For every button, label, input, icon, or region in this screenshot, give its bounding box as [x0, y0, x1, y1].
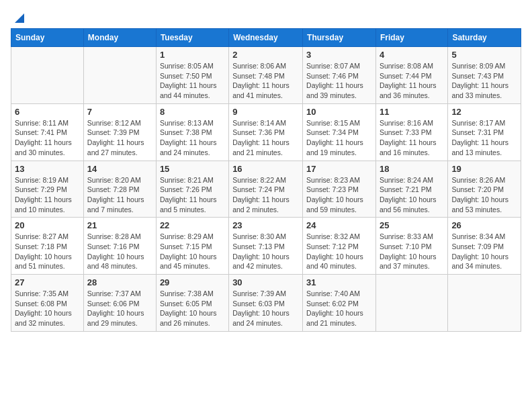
calendar-cell: 8Sunrise: 8:13 AM Sunset: 7:38 PM Daylig… — [156, 103, 228, 161]
day-info: Sunrise: 7:40 AM Sunset: 6:02 PM Dayligh… — [306, 289, 372, 328]
day-number: 22 — [160, 220, 225, 230]
day-number: 3 — [306, 50, 372, 60]
page-header — [11, 11, 521, 20]
day-number: 16 — [232, 164, 299, 174]
day-info: Sunrise: 8:24 AM Sunset: 7:21 PM Dayligh… — [380, 175, 444, 215]
calendar-cell: 14Sunrise: 8:20 AM Sunset: 7:28 PM Dayli… — [83, 161, 156, 218]
svg-marker-0 — [15, 13, 24, 23]
calendar-cell: 3Sunrise: 8:07 AM Sunset: 7:46 PM Daylig… — [303, 47, 376, 104]
day-info: Sunrise: 8:16 AM Sunset: 7:33 PM Dayligh… — [380, 118, 444, 158]
day-info: Sunrise: 8:17 AM Sunset: 7:31 PM Dayligh… — [451, 118, 517, 158]
day-number: 25 — [380, 220, 444, 230]
day-number: 28 — [87, 277, 152, 287]
calendar-cell — [11, 47, 84, 104]
day-number: 7 — [87, 107, 152, 117]
day-info: Sunrise: 8:29 AM Sunset: 7:15 PM Dayligh… — [160, 232, 225, 271]
calendar-cell: 10Sunrise: 8:15 AM Sunset: 7:34 PM Dayli… — [303, 103, 376, 161]
calendar-cell: 21Sunrise: 8:28 AM Sunset: 7:16 PM Dayli… — [83, 218, 156, 275]
calendar-cell: 26Sunrise: 8:34 AM Sunset: 7:09 PM Dayli… — [448, 218, 521, 275]
day-number: 31 — [306, 277, 372, 287]
calendar-cell: 7Sunrise: 8:12 AM Sunset: 7:39 PM Daylig… — [83, 103, 156, 161]
day-number: 11 — [380, 107, 444, 117]
calendar-cell: 27Sunrise: 7:35 AM Sunset: 6:08 PM Dayli… — [11, 275, 84, 332]
day-info: Sunrise: 8:06 AM Sunset: 7:48 PM Dayligh… — [232, 61, 299, 101]
weekday-header-saturday: Saturday — [448, 29, 521, 47]
calendar-cell: 5Sunrise: 8:09 AM Sunset: 7:43 PM Daylig… — [448, 47, 521, 104]
calendar-cell: 31Sunrise: 7:40 AM Sunset: 6:02 PM Dayli… — [303, 275, 376, 332]
day-number: 26 — [451, 220, 517, 230]
day-info: Sunrise: 8:22 AM Sunset: 7:24 PM Dayligh… — [232, 175, 299, 215]
day-number: 13 — [15, 164, 80, 174]
logo — [11, 11, 24, 20]
calendar-cell — [448, 275, 521, 332]
calendar-cell: 25Sunrise: 8:33 AM Sunset: 7:10 PM Dayli… — [375, 218, 447, 275]
day-number: 4 — [380, 50, 444, 60]
day-info: Sunrise: 8:23 AM Sunset: 7:23 PM Dayligh… — [306, 175, 372, 215]
day-number: 18 — [380, 164, 444, 174]
day-number: 12 — [451, 107, 517, 117]
day-info: Sunrise: 8:09 AM Sunset: 7:43 PM Dayligh… — [451, 61, 517, 101]
day-number: 14 — [87, 164, 152, 174]
calendar-cell — [375, 275, 447, 332]
day-number: 6 — [15, 107, 80, 117]
day-info: Sunrise: 8:11 AM Sunset: 7:41 PM Dayligh… — [15, 118, 80, 158]
calendar-table: SundayMondayTuesdayWednesdayThursdayFrid… — [11, 28, 521, 332]
day-number: 30 — [232, 277, 299, 287]
calendar-cell: 11Sunrise: 8:16 AM Sunset: 7:33 PM Dayli… — [375, 103, 447, 161]
day-number: 9 — [232, 107, 299, 117]
day-info: Sunrise: 8:12 AM Sunset: 7:39 PM Dayligh… — [87, 118, 152, 158]
day-info: Sunrise: 7:35 AM Sunset: 6:08 PM Dayligh… — [15, 289, 80, 328]
calendar-cell: 17Sunrise: 8:23 AM Sunset: 7:23 PM Dayli… — [303, 161, 376, 218]
calendar-cell: 23Sunrise: 8:30 AM Sunset: 7:13 PM Dayli… — [229, 218, 303, 275]
day-number: 20 — [15, 220, 80, 230]
day-number: 5 — [451, 50, 517, 60]
day-info: Sunrise: 8:19 AM Sunset: 7:29 PM Dayligh… — [15, 175, 80, 215]
logo-triangle-icon — [12, 11, 24, 23]
day-number: 15 — [160, 164, 225, 174]
weekday-header-thursday: Thursday — [303, 29, 376, 47]
day-info: Sunrise: 8:34 AM Sunset: 7:09 PM Dayligh… — [451, 232, 517, 271]
day-info: Sunrise: 7:38 AM Sunset: 6:05 PM Dayligh… — [160, 289, 225, 328]
calendar-cell: 18Sunrise: 8:24 AM Sunset: 7:21 PM Dayli… — [375, 161, 447, 218]
day-info: Sunrise: 8:30 AM Sunset: 7:13 PM Dayligh… — [232, 232, 299, 271]
day-info: Sunrise: 7:37 AM Sunset: 6:06 PM Dayligh… — [87, 289, 152, 328]
weekday-header-wednesday: Wednesday — [229, 29, 303, 47]
day-number: 19 — [451, 164, 517, 174]
day-number: 27 — [15, 277, 80, 287]
weekday-header-friday: Friday — [375, 29, 447, 47]
day-info: Sunrise: 8:27 AM Sunset: 7:18 PM Dayligh… — [15, 232, 80, 271]
day-info: Sunrise: 8:21 AM Sunset: 7:26 PM Dayligh… — [160, 175, 225, 215]
day-info: Sunrise: 7:39 AM Sunset: 6:03 PM Dayligh… — [232, 289, 299, 328]
day-info: Sunrise: 8:20 AM Sunset: 7:28 PM Dayligh… — [87, 175, 152, 215]
day-info: Sunrise: 8:08 AM Sunset: 7:44 PM Dayligh… — [380, 61, 444, 101]
calendar-cell: 20Sunrise: 8:27 AM Sunset: 7:18 PM Dayli… — [11, 218, 84, 275]
day-info: Sunrise: 8:13 AM Sunset: 7:38 PM Dayligh… — [160, 118, 225, 158]
calendar-cell: 24Sunrise: 8:32 AM Sunset: 7:12 PM Dayli… — [303, 218, 376, 275]
day-number: 24 — [306, 220, 372, 230]
day-info: Sunrise: 8:07 AM Sunset: 7:46 PM Dayligh… — [306, 61, 372, 101]
calendar-cell: 16Sunrise: 8:22 AM Sunset: 7:24 PM Dayli… — [229, 161, 303, 218]
day-number: 17 — [306, 164, 372, 174]
day-info: Sunrise: 8:28 AM Sunset: 7:16 PM Dayligh… — [87, 232, 152, 271]
calendar-cell: 6Sunrise: 8:11 AM Sunset: 7:41 PM Daylig… — [11, 103, 84, 161]
calendar-cell: 30Sunrise: 7:39 AM Sunset: 6:03 PM Dayli… — [229, 275, 303, 332]
day-info: Sunrise: 8:15 AM Sunset: 7:34 PM Dayligh… — [306, 118, 372, 158]
calendar-cell — [83, 47, 156, 104]
day-info: Sunrise: 8:14 AM Sunset: 7:36 PM Dayligh… — [232, 118, 299, 158]
calendar-cell: 22Sunrise: 8:29 AM Sunset: 7:15 PM Dayli… — [156, 218, 228, 275]
calendar-cell: 29Sunrise: 7:38 AM Sunset: 6:05 PM Dayli… — [156, 275, 228, 332]
day-info: Sunrise: 8:32 AM Sunset: 7:12 PM Dayligh… — [306, 232, 372, 271]
weekday-header-tuesday: Tuesday — [156, 29, 228, 47]
day-number: 2 — [232, 50, 299, 60]
day-number: 23 — [232, 220, 299, 230]
calendar-cell: 19Sunrise: 8:26 AM Sunset: 7:20 PM Dayli… — [448, 161, 521, 218]
weekday-header-sunday: Sunday — [11, 29, 84, 47]
calendar-cell: 2Sunrise: 8:06 AM Sunset: 7:48 PM Daylig… — [229, 47, 303, 104]
day-number: 10 — [306, 107, 372, 117]
day-number: 29 — [160, 277, 225, 287]
calendar-cell: 9Sunrise: 8:14 AM Sunset: 7:36 PM Daylig… — [229, 103, 303, 161]
calendar-cell: 15Sunrise: 8:21 AM Sunset: 7:26 PM Dayli… — [156, 161, 228, 218]
day-number: 1 — [160, 50, 225, 60]
calendar-cell: 4Sunrise: 8:08 AM Sunset: 7:44 PM Daylig… — [375, 47, 447, 104]
day-number: 21 — [87, 220, 152, 230]
